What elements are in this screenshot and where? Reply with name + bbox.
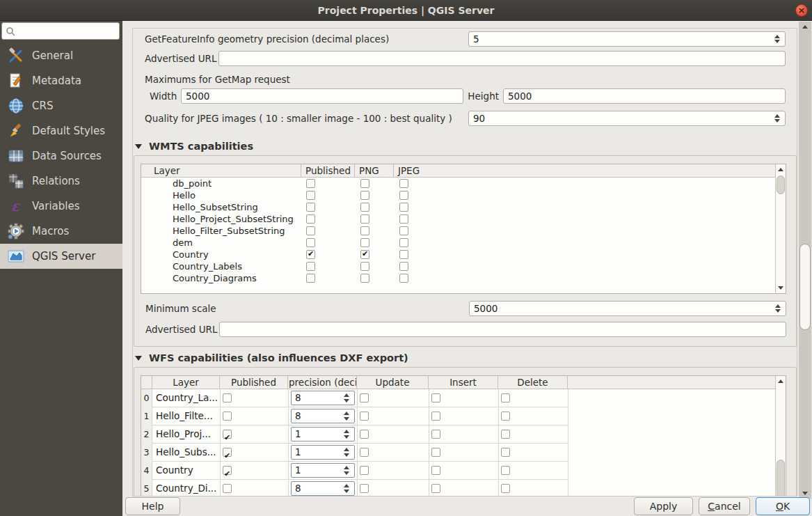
wfs-section-header[interactable]: WFS capabilities (also influences DXF ex… [133,352,481,365]
insert-checkbox[interactable] [431,412,440,421]
spinner-arrows-icon[interactable] [343,464,351,477]
insert-checkbox[interactable] [431,393,440,402]
spin-up-icon[interactable] [344,412,349,415]
spin-down-icon[interactable] [344,453,349,457]
collapse-triangle-icon[interactable] [135,356,142,361]
insert-checkbox[interactable] [431,466,440,475]
jpeg-quality-spinbox[interactable]: 90 [468,111,786,126]
published-checkbox[interactable] [306,238,315,247]
wmts-layer-row[interactable]: Country_Diagrams [141,272,775,284]
collapse-triangle-icon[interactable] [135,144,142,149]
published-checkbox[interactable] [223,412,232,421]
png-checkbox[interactable] [360,214,369,224]
delete-checkbox[interactable] [501,448,510,457]
jpeg-checkbox[interactable] [399,238,408,247]
close-icon[interactable]: × [795,4,808,17]
wmts-section-header[interactable]: WMTS capabilities [133,141,411,153]
width-input[interactable]: 5000 [181,88,463,104]
published-checkbox[interactable] [306,214,315,224]
sidebar-item-qgis-server[interactable]: QGIS Server [0,244,122,269]
wfs-layer-row[interactable]: 5Country_Di...8 [141,480,568,497]
spinner-arrows-icon[interactable] [343,409,351,423]
wmts-table-scrollbar[interactable] [775,164,786,293]
wmts-layer-row[interactable]: db_point [141,178,775,189]
spinner-arrows-icon[interactable] [343,446,351,459]
getfeatureinfo-spinbox[interactable]: 5 [468,31,786,47]
published-checkbox[interactable] [306,274,315,283]
update-checkbox[interactable] [360,448,369,457]
spin-down-icon[interactable] [344,435,349,439]
delete-checkbox[interactable] [501,466,510,475]
jpeg-checkbox[interactable] [399,191,408,200]
published-checkbox[interactable] [306,179,315,188]
spinner-arrows-icon[interactable] [774,111,782,125]
sidebar-item-crs[interactable]: CRS [0,93,122,118]
spin-down-icon[interactable] [344,490,349,493]
published-checkbox[interactable] [306,250,315,259]
precision-spinbox[interactable]: 1 [291,427,355,441]
minimum-scale-spinbox[interactable]: 5000 [469,301,786,316]
wmts-layer-row[interactable]: Hello_Project_SubsetString [141,213,775,225]
wmts-advertised-url-input[interactable] [219,322,786,337]
jpeg-checkbox[interactable] [399,179,408,188]
spin-down-icon[interactable] [344,399,349,402]
published-checkbox[interactable] [223,484,232,493]
published-checkbox[interactable] [223,448,232,457]
title-bar[interactable]: Project Properties | QGIS Server × [0,0,812,21]
spin-up-icon[interactable] [344,430,349,433]
update-checkbox[interactable] [360,412,369,421]
wfs-layer-row[interactable]: 3Hello_Subs...1 [141,444,568,462]
sidebar-item-relations[interactable]: Relations [0,169,122,194]
cancel-button[interactable]: Cancel [699,497,750,515]
spinner-arrows-icon[interactable] [774,32,782,46]
published-checkbox[interactable] [306,191,315,200]
wmts-layer-row[interactable]: Hello_Filter_SubsetString [141,225,775,237]
delete-checkbox[interactable] [501,484,510,493]
delete-checkbox[interactable] [501,430,510,439]
precision-spinbox[interactable]: 8 [291,391,355,405]
spinner-arrows-icon[interactable] [343,391,351,405]
height-input[interactable]: 5000 [503,88,786,104]
insert-checkbox[interactable] [431,484,440,493]
jpeg-checkbox[interactable] [399,214,408,224]
delete-checkbox[interactable] [501,412,510,421]
png-checkbox[interactable] [360,274,369,283]
search-input[interactable] [1,22,120,40]
published-checkbox[interactable] [306,226,315,235]
wfs-layer-row[interactable]: 4Country1 [141,462,568,480]
help-button[interactable]: Help [125,497,180,515]
scroll-up-icon[interactable] [776,164,786,175]
png-checkbox[interactable] [360,226,369,235]
scrollbar-thumb[interactable] [799,244,811,330]
jpeg-checkbox[interactable] [399,203,408,212]
spin-down-icon[interactable] [344,417,349,421]
published-checkbox[interactable] [223,466,232,475]
precision-spinbox[interactable]: 1 [291,445,355,460]
jpeg-checkbox[interactable] [399,226,408,235]
spin-up-icon[interactable] [344,484,349,487]
png-checkbox[interactable] [360,262,369,271]
wmts-layer-row[interactable]: Hello_SubsetString [141,201,775,213]
published-checkbox[interactable] [223,393,232,402]
sidebar-item-variables[interactable]: εVariables [0,194,122,219]
wmts-layer-row[interactable]: Hello [141,189,775,201]
insert-checkbox[interactable] [431,430,440,439]
sidebar-item-data-sources[interactable]: Data Sources [0,143,122,169]
published-checkbox[interactable] [223,430,232,439]
spinner-arrows-icon[interactable] [343,482,351,495]
published-checkbox[interactable] [306,262,315,271]
precision-spinbox[interactable]: 8 [291,409,355,423]
apply-button[interactable]: Apply [634,497,693,515]
sidebar-item-default-styles[interactable]: Default Styles [0,118,122,143]
spinner-arrows-icon[interactable] [343,428,351,441]
png-checkbox[interactable] [360,250,369,259]
png-checkbox[interactable] [360,238,369,247]
jpeg-checkbox[interactable] [399,250,408,259]
wmts-layer-row[interactable]: Country_Labels [141,260,775,272]
wmts-layer-row[interactable]: dem [141,237,775,249]
jpeg-checkbox[interactable] [399,262,408,271]
update-checkbox[interactable] [360,484,369,493]
wfs-layer-row[interactable]: 1Hello_Filte...8 [141,407,568,425]
scrollbar-thumb[interactable] [777,175,785,194]
wfs-layer-row[interactable]: 2Hello_Proj...1 [141,425,568,444]
